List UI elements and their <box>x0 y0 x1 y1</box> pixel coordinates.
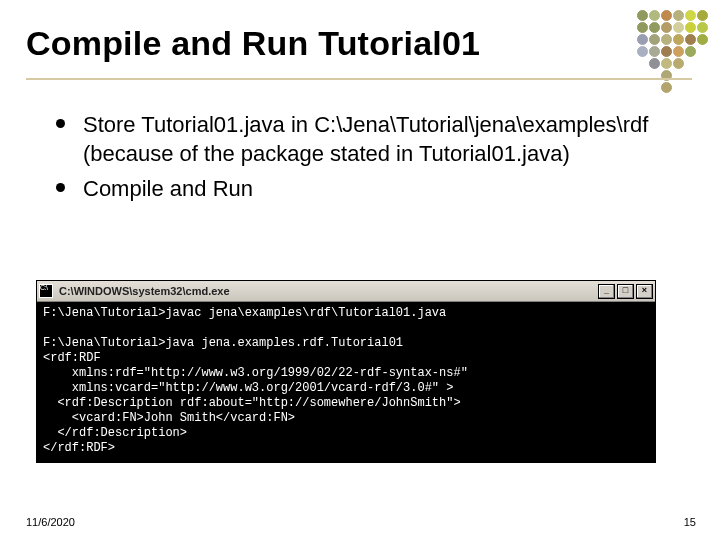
title-underline <box>26 78 692 80</box>
list-item: Compile and Run <box>56 174 694 203</box>
cmd-icon <box>39 284 53 298</box>
list-item-text: Compile and Run <box>83 174 694 203</box>
list-item-text: Store Tutorial01.java in C:\Jena\Tutoria… <box>83 110 694 168</box>
cmd-window: C:\WINDOWS\system32\cmd.exe _ □ × F:\Jen… <box>36 280 656 463</box>
footer-page-number: 15 <box>684 516 696 528</box>
bullet-icon <box>56 183 65 192</box>
bullet-icon <box>56 119 65 128</box>
list-item: Store Tutorial01.java in C:\Jena\Tutoria… <box>56 110 694 168</box>
footer-date: 11/6/2020 <box>26 516 75 528</box>
cmd-output: F:\Jena\Tutorial>javac jena\examples\rdf… <box>37 302 655 462</box>
minimize-button[interactable]: _ <box>598 284 615 299</box>
slide-title: Compile and Run Tutorial01 <box>26 24 480 63</box>
close-button[interactable]: × <box>636 284 653 299</box>
maximize-button[interactable]: □ <box>617 284 634 299</box>
cmd-caption: C:\WINDOWS\system32\cmd.exe <box>59 285 596 297</box>
slide-footer: 11/6/2020 15 <box>26 516 696 528</box>
bullet-list: Store Tutorial01.java in C:\Jena\Tutoria… <box>56 110 694 209</box>
cmd-titlebar: C:\WINDOWS\system32\cmd.exe _ □ × <box>37 281 655 302</box>
